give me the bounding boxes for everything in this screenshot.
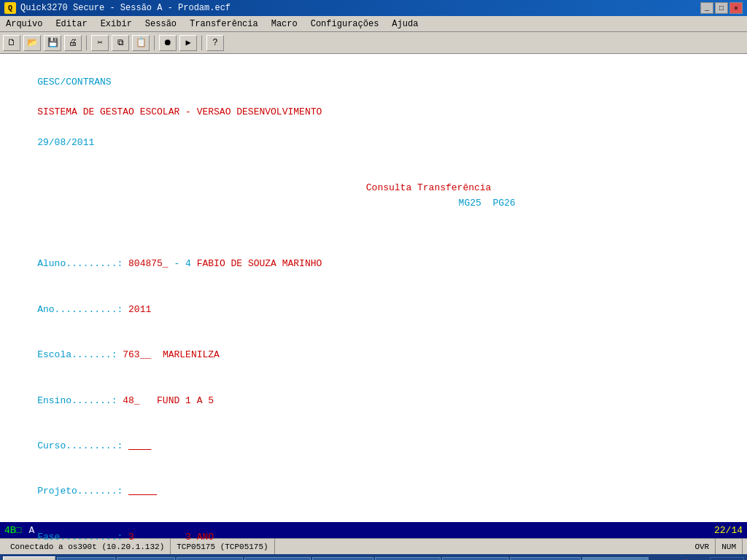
separator-3 (201, 36, 202, 50)
separator-2 (154, 36, 155, 50)
ensino-spacer (140, 395, 157, 406)
ano-value[interactable]: 2011 (128, 304, 151, 315)
ensino-code[interactable]: 48_ (123, 395, 139, 406)
menu-transferencia[interactable]: Transferência (187, 18, 261, 30)
ano-line: Ano...........: 2011 (15, 287, 732, 332)
menu-arquivo[interactable]: Arquivo (3, 18, 45, 30)
menu-macro[interactable]: Macro (268, 18, 301, 30)
menu-sessao[interactable]: Sessão (142, 18, 179, 30)
paste-button[interactable]: 📋 (132, 35, 150, 51)
projeto-line: Projeto.......: _____ (15, 470, 732, 515)
menu-ajuda[interactable]: Ajuda (389, 18, 421, 30)
new-button[interactable]: 🗋 (3, 35, 20, 51)
curso-line: Curso.........: ____ (15, 424, 732, 469)
terminal-area: GESC/CONTRANS SISTEMA DE GESTAO ESCOLAR … (0, 54, 747, 522)
header-date: 29/08/2011 (37, 137, 94, 148)
projeto-value[interactable]: _____ (128, 486, 157, 497)
separator-1 (86, 36, 87, 50)
header-spacer (37, 92, 54, 103)
escola-label: Escola.......: (37, 349, 123, 360)
header-spacer2 (37, 122, 43, 133)
toolbar: 🗋 📂 💾 🖨 ✂ ⧉ 📋 ⏺ ▶ ? (0, 32, 747, 54)
maximize-button[interactable]: □ (715, 2, 728, 14)
header-title: SISTEMA DE GESTAO ESCOLAR - VERSAO DESEN… (37, 106, 322, 117)
cut-button[interactable]: ✂ (91, 35, 109, 51)
fase-label: Fase..........: (37, 532, 128, 542)
header-line-1: GESC/CONTRANS SISTEMA DE GESTAO ESCOLAR … (15, 60, 732, 166)
escola-name: MARLENILZA (163, 349, 220, 360)
escola-spacer (151, 349, 163, 360)
curso-label: Curso.........: (37, 440, 128, 451)
menu-exibir[interactable]: Exibir (98, 18, 135, 30)
blank-line-1 (15, 227, 732, 242)
projeto-label: Projeto.......: (37, 486, 128, 497)
app-icon: Q (4, 2, 16, 14)
ensino-label: Ensino.......: (37, 395, 123, 406)
ensino-name: FUND 1 A 5 (157, 395, 214, 406)
fase-line: Fase..........: 3 3 ANO (15, 515, 732, 560)
aluno-value[interactable]: 804875_ (128, 258, 169, 269)
ensino-line: Ensino.......: 48_ FUND 1 A 5 (15, 378, 732, 424)
print-button[interactable]: 🖨 (64, 35, 82, 51)
escola-line: Escola.......: 763__ MARLENILZA (15, 332, 732, 378)
open-button[interactable]: 📂 (23, 35, 41, 51)
help-button[interactable]: ? (206, 35, 224, 51)
fase-spacer (134, 532, 185, 542)
menu-editar[interactable]: Editar (53, 18, 90, 30)
header-codes: MG25 PG26 (342, 198, 516, 209)
aluno-sep: - 4 (169, 258, 197, 269)
window-title: Quick3270 Secure - Sessão A - Prodam.ecf (20, 3, 231, 13)
menu-configuracoes[interactable]: Configurações (308, 18, 382, 30)
close-button[interactable]: ✕ (729, 2, 743, 14)
save-button[interactable]: 💾 (44, 35, 61, 51)
header-left: GESC/CONTRANS (37, 77, 111, 88)
header-subtitle: Consulta Transferência (366, 182, 492, 193)
fase-code[interactable]: 3 (128, 532, 134, 542)
curso-value[interactable]: ____ (128, 440, 151, 451)
title-bar: Q Quick3270 Secure - Sessão A - Prodam.e… (0, 0, 747, 16)
escola-code[interactable]: 763__ (123, 349, 151, 360)
menu-bar: Arquivo Editar Exibir Sessão Transferênc… (0, 16, 747, 32)
fase-name: 3 ANO (185, 532, 214, 542)
ano-label: Ano...........: (37, 304, 128, 315)
macro-button[interactable]: ⏺ (159, 35, 177, 51)
minimize-button[interactable]: _ (700, 2, 713, 14)
aluno-line: Aluno.........: 804875_ - 4 FABIO DE SOU… (15, 242, 732, 287)
header-line-2: Consulta Transferência MG25 PG26 (15, 166, 732, 227)
run-button[interactable]: ▶ (179, 35, 197, 51)
aluno-label: Aluno.........: (37, 258, 128, 269)
copy-button[interactable]: ⧉ (112, 35, 129, 51)
aluno-name: FABIO DE SOUZA MARINHO (197, 258, 322, 269)
